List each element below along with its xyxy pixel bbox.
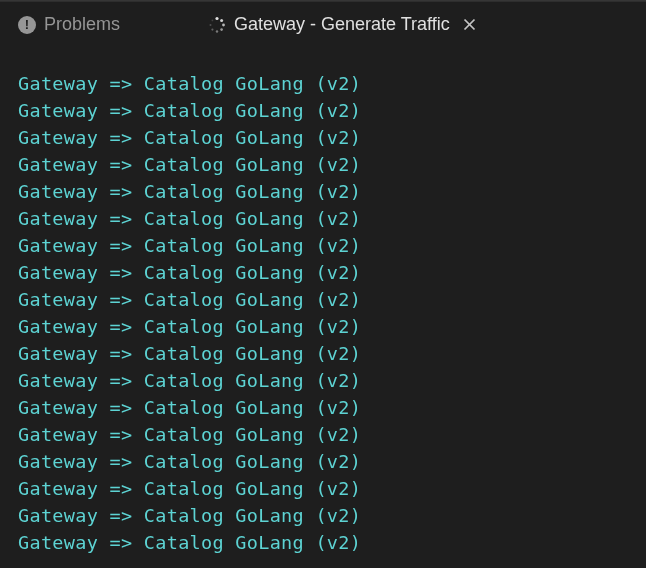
svg-point-5 [211,28,213,30]
terminal-line: Gateway => Catalog GoLang (v2) [18,394,628,421]
terminal-line: Gateway => Catalog GoLang (v2) [18,151,628,178]
terminal-output[interactable]: Gateway => Catalog GoLang (v2)Gateway =>… [0,48,646,568]
terminal-line: Gateway => Catalog GoLang (v2) [18,232,628,259]
svg-point-6 [210,24,212,26]
error-icon: ! [18,16,36,34]
terminal-line: Gateway => Catalog GoLang (v2) [18,340,628,367]
terminal-line: Gateway => Catalog GoLang (v2) [18,529,628,556]
tab-problems-label: Problems [44,14,120,35]
svg-point-1 [220,18,223,21]
svg-point-0 [215,16,218,19]
terminal-line: Gateway => Catalog GoLang (v2) [18,475,628,502]
spinner-icon [208,16,226,34]
terminal-line: Gateway => Catalog GoLang (v2) [18,367,628,394]
terminal-line: Gateway => Catalog GoLang (v2) [18,313,628,340]
panel-tab-bar: ! Problems Gateway - Generate Traffic [0,2,646,48]
terminal-line: Gateway => Catalog GoLang (v2) [18,286,628,313]
terminal-line: Gateway => Catalog GoLang (v2) [18,205,628,232]
terminal-line: Gateway => Catalog GoLang (v2) [18,448,628,475]
terminal-line: Gateway => Catalog GoLang (v2) [18,97,628,124]
terminal-line: Gateway => Catalog GoLang (v2) [18,70,628,97]
terminal-line: Gateway => Catalog GoLang (v2) [18,421,628,448]
svg-point-3 [220,28,223,31]
tab-problems[interactable]: ! Problems [0,2,134,47]
tab-terminal-label: Gateway - Generate Traffic [234,14,450,35]
terminal-line: Gateway => Catalog GoLang (v2) [18,178,628,205]
terminal-line: Gateway => Catalog GoLang (v2) [18,259,628,286]
close-icon[interactable] [462,17,478,33]
svg-point-7 [212,19,214,21]
terminal-line: Gateway => Catalog GoLang (v2) [18,502,628,529]
terminal-line: Gateway => Catalog GoLang (v2) [18,124,628,151]
tab-terminal[interactable]: Gateway - Generate Traffic [194,2,492,47]
svg-point-2 [222,23,225,26]
svg-point-4 [216,30,218,32]
